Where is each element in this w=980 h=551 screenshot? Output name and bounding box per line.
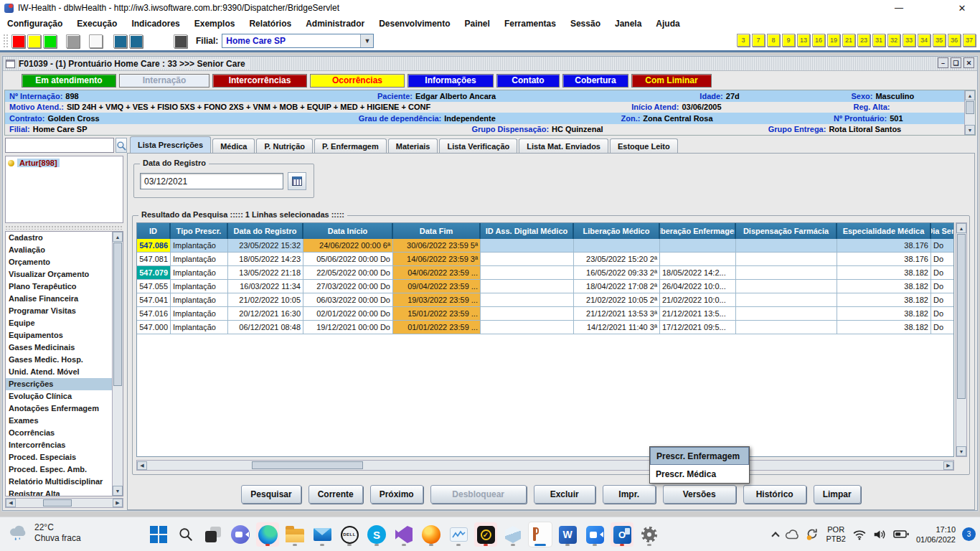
popup-item-prescr-medica[interactable]: Prescr. Médica <box>650 465 749 483</box>
tab-materiais[interactable]: Materiais <box>388 138 438 153</box>
page-button-32[interactable]: 32 <box>887 34 900 47</box>
sidebar-item-registrar-alta[interactable]: Registrar Alta <box>6 488 112 496</box>
col-id[interactable]: ID <box>137 223 171 239</box>
toolbar-square-2[interactable] <box>27 34 41 48</box>
sidebar-item-intercorrencias[interactable]: Intercorrências <box>6 439 112 451</box>
sidebar-item-gases-medicinais[interactable]: Gases Medicinais <box>6 342 112 354</box>
scroll-left-icon[interactable]: ◀ <box>6 499 16 507</box>
menu-ajuda[interactable]: Ajuda <box>656 19 679 29</box>
date-input[interactable]: 03/12/2021 <box>140 173 283 189</box>
col-data-inicio[interactable]: Data Início <box>303 223 393 239</box>
status-cobertura[interactable]: Cobertura <box>562 74 628 88</box>
table-row[interactable]: 547.000Implantação06/12/2021 08:4819/12/… <box>137 321 953 334</box>
wifi-icon[interactable] <box>852 529 867 540</box>
col-tipo-prescr[interactable]: Tipo Prescr. <box>171 223 228 239</box>
page-button-36[interactable]: 36 <box>948 34 961 47</box>
sidebar-item-relatorio-multidisciplinar[interactable]: Relatório Multidisciplinar <box>6 476 112 488</box>
col-id-ass-digital-medico[interactable]: ID Ass. Digital Médico <box>481 223 574 239</box>
sidebar-item-gases-medic-hosp[interactable]: Gases Medic. Hosp. <box>6 354 112 366</box>
sidebar-item-exames[interactable]: Exames <box>6 415 112 427</box>
scroll-down-icon[interactable]: ▼ <box>113 486 123 496</box>
window-titlebar[interactable]: F01039 - (1) Prontuário Home Care : 33 >… <box>3 57 977 71</box>
mail-icon[interactable] <box>311 522 334 547</box>
tree-item-patient[interactable]: Artur[898] <box>8 159 121 167</box>
explorer-icon[interactable] <box>283 522 306 547</box>
scrollbar-thumb[interactable] <box>113 242 122 386</box>
scroll-right-icon[interactable]: ▶ <box>113 499 123 507</box>
scroll-up-icon[interactable]: ▲ <box>956 223 966 233</box>
scrollbar-thumb[interactable] <box>43 499 72 507</box>
tab-p-nutricao[interactable]: P. Nutrição <box>256 138 313 153</box>
tab-estoque-leito[interactable]: Estoque Leito <box>610 138 678 153</box>
skype-icon[interactable]: S <box>365 522 388 547</box>
sidebar-item-visualizar-orcamento[interactable]: Visualizar Orçamento <box>6 268 112 281</box>
sidebar-item-programar-visitas[interactable]: Programar Visitas <box>6 305 112 317</box>
table-row[interactable]: 547.055Implantação16/03/2022 11:3427/03/… <box>137 280 953 293</box>
page-button-19[interactable]: 19 <box>827 34 840 47</box>
edge-icon[interactable] <box>256 522 279 547</box>
page-button-3[interactable]: 3 <box>737 34 750 47</box>
filial-dropdown[interactable]: Home Care SP ▼ <box>222 34 374 48</box>
col-data-do-registro[interactable]: Data do Registro <box>228 223 303 239</box>
firefox-icon[interactable] <box>420 522 443 547</box>
sidebar-item-prescricoes[interactable]: Prescrições <box>6 378 112 390</box>
status-com-liminar[interactable]: Com Liminar <box>631 74 712 88</box>
scroll-down-icon[interactable]: ▼ <box>965 125 975 135</box>
toolbar-square-6[interactable] <box>113 34 127 48</box>
sidebar-item-avaliacao[interactable]: Avaliação <box>6 244 112 256</box>
clock[interactable]: 17:10 01/06/2022 <box>916 524 956 545</box>
menu-desenvolvimento[interactable]: Desenvolvimento <box>379 19 450 29</box>
tab-p-enfermagem[interactable]: P. Enfermagem <box>314 138 387 153</box>
sync-icon[interactable] <box>806 528 819 540</box>
scrollbar-thumb[interactable] <box>252 461 363 469</box>
page-button-23[interactable]: 23 <box>857 34 870 47</box>
patient-scrollbar[interactable]: ▲ ▼ <box>964 90 975 135</box>
task-manager-icon[interactable] <box>447 522 470 547</box>
page-button-9[interactable]: 9 <box>782 34 795 47</box>
sidebar-splitter[interactable] <box>5 225 123 230</box>
page-button-8[interactable]: 8 <box>767 34 780 47</box>
sidebar-item-plano-terapeutico[interactable]: Plano Terapêutico <box>6 281 112 293</box>
page-button-33[interactable]: 33 <box>903 34 915 47</box>
weather-widget[interactable]: 22°C Chuva fraca <box>7 522 81 544</box>
sidebar-item-proced-especiais[interactable]: Proced. Especiais <box>6 451 112 463</box>
start-icon[interactable] <box>147 522 170 547</box>
notification-badge[interactable]: 3 <box>962 527 976 541</box>
table-vscrollbar[interactable]: ▲ ▼ <box>956 222 967 457</box>
sidebar-item-unid-atend-movel[interactable]: Unid. Atend. Móvel <box>6 366 112 378</box>
menu-ferramentas[interactable]: Ferramentas <box>504 19 556 29</box>
tray-expand-icon[interactable] <box>772 532 780 540</box>
status-internacao[interactable]: Internação <box>119 74 209 88</box>
status-ocorrencias[interactable]: Ocorrências <box>310 74 405 88</box>
col-liberacao-medico[interactable]: Liberação Médico <box>574 223 660 239</box>
status-intercorrencias[interactable]: Intercorrências <box>212 74 307 88</box>
scroll-up-icon[interactable]: ▲ <box>965 90 975 100</box>
sidebar-item-equipamentos[interactable]: Equipamentos <box>6 329 112 342</box>
toolbar-square-7[interactable] <box>129 34 143 48</box>
dell-icon[interactable]: DELL <box>338 522 361 547</box>
toolbar-square-1[interactable] <box>11 34 25 48</box>
versoes-button[interactable]: Versões <box>663 485 736 504</box>
nav-hscrollbar[interactable]: ◀ ▶ <box>5 498 123 508</box>
sidebar-item-evolucao-clinica[interactable]: Evolução Clínica <box>6 390 112 402</box>
minimize-icon[interactable]: — <box>887 0 911 16</box>
menu-indicadores[interactable]: Indicadores <box>131 19 179 29</box>
col-dispensacao-farmacia[interactable]: Dispensação Farmácia <box>736 223 837 239</box>
close-icon[interactable]: ✕ <box>950 0 974 16</box>
table-row[interactable]: 547.081Implantação18/05/2022 14:2305/06/… <box>137 253 953 266</box>
excluir-button[interactable]: Excluir <box>534 485 595 504</box>
page-button-35[interactable]: 35 <box>933 34 946 47</box>
historico-button[interactable]: Histórico <box>743 485 806 504</box>
virtualbox-icon[interactable] <box>501 522 524 547</box>
toolbar-square-8[interactable] <box>174 34 187 48</box>
col-dia-semana[interactable]: Dia Semana <box>931 223 954 239</box>
menu-execucao[interactable]: Execução <box>77 19 117 29</box>
toolbar-square-4[interactable] <box>66 34 80 48</box>
impr-button[interactable]: Impr. <box>603 485 656 504</box>
status-contato[interactable]: Contato <box>496 74 560 88</box>
col-data-fim[interactable]: Data Fim <box>393 223 481 239</box>
zoom-app-icon[interactable] <box>583 522 606 547</box>
calendar-button[interactable] <box>288 172 306 190</box>
page-button-21[interactable]: 21 <box>842 34 855 47</box>
sidebar-item-anotacoes-enfermagem[interactable]: Anotações Enfermagem <box>6 402 112 415</box>
